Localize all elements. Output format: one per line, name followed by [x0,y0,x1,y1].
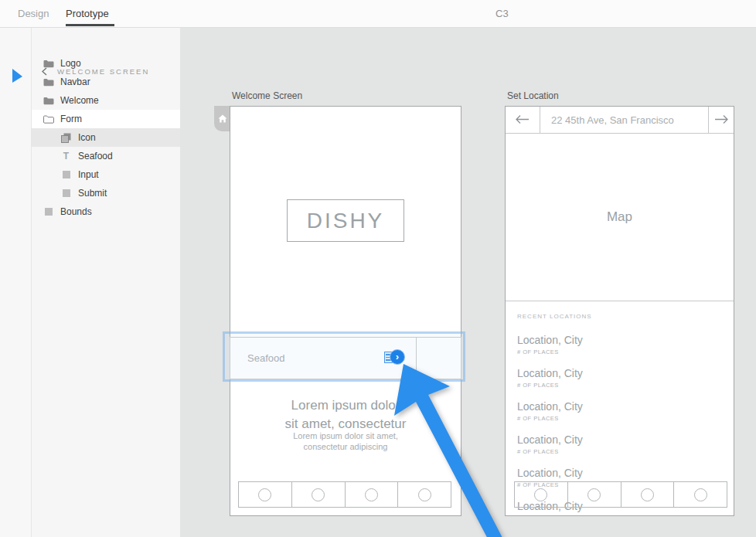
layer-row-submit[interactable]: Submit [32,184,180,202]
home-icon [218,112,227,126]
layer-label: Seafood [78,151,113,161]
chevron-right-icon: › [396,352,399,362]
rectangle-icon [43,208,54,216]
rectangle-icon [60,171,72,178]
map-label: Map [607,209,632,225]
tool-strip [0,28,32,537]
location-item-subtitle: # OF PLACES [517,415,559,422]
logo-text: DISHY [307,209,385,233]
location-item-title[interactable]: Location, City [517,334,583,346]
rectangle-icon [60,189,72,197]
location-item-title[interactable]: Location, City [517,433,583,446]
arrow-right-icon [713,114,729,127]
location-item-title[interactable]: Location, City [517,400,583,413]
tab-bar-item[interactable] [567,482,621,507]
selection-highlight [223,331,465,382]
layer-label: Welcome [60,95,99,106]
circle-icon [418,488,431,501]
active-tab-underline [66,24,114,26]
layer-row-form[interactable]: Form [32,110,180,128]
group-icon [60,133,72,143]
text-icon: T [60,151,72,161]
tab-bar-item[interactable] [345,482,398,507]
back-button[interactable] [506,107,540,134]
location-item-subtitle: # OF PLACES [517,515,559,516]
layer-row-logo[interactable]: Logo [32,54,180,73]
layer-row-input[interactable]: Input [32,165,180,184]
layer-label: Input [78,169,99,180]
address-input[interactable]: 22 45th Ave, San Francisco [551,107,674,134]
layer-label: Form [60,114,82,124]
tab-design[interactable]: Design [18,0,49,28]
circle-icon [312,488,325,501]
logo-box: DISHY [287,199,404,242]
tab-bar-item[interactable] [515,482,567,507]
layers-panel: WELCOME SCREEN Logo Navbar Welcome Form [32,28,180,537]
circle-icon [587,488,601,501]
top-bar: Design Prototype C3 [0,0,756,28]
bottom-tab-bar [514,481,727,508]
arrow-left-icon [515,114,530,127]
layer-label: Submit [78,188,107,199]
location-item-subtitle: # OF PLACES [517,348,559,355]
folder-icon [43,97,54,105]
layer-row-icon[interactable]: Icon [32,128,180,147]
tab-bar-item[interactable] [239,482,291,507]
recent-locations-header: RECENT LOCATIONS [517,313,592,320]
folder-open-icon [43,115,54,124]
location-item-title[interactable]: Location, City [517,367,583,379]
tab-bar-item[interactable] [397,482,451,507]
layer-row-navbar[interactable]: Navbar [32,73,180,91]
circle-icon [641,488,654,501]
headline-text: Lorem ipsum dolor sit amet, consectetur [230,396,461,433]
layer-label: Bounds [60,206,92,217]
tab-bar-item[interactable] [673,482,727,507]
map-area: Map [506,134,734,301]
circle-icon [534,488,547,501]
tab-bar-item[interactable] [291,482,345,507]
artboard-welcome[interactable]: DISHY Seafood Lorem ipsum dolor sit amet… [230,106,461,516]
subtext: Lorem ipsum dolor sit amet, consectetur … [230,430,461,452]
layer-row-bounds[interactable]: Bounds [32,202,180,221]
layer-label: Icon [78,132,96,143]
layer-row-welcome[interactable]: Welcome [32,91,180,110]
location-item-subtitle: # OF PLACES [517,382,559,389]
document-title: C3 [495,0,509,28]
circle-icon [365,488,378,501]
layer-label: Navbar [60,76,90,87]
layer-label: Logo [60,58,81,69]
layer-row-seafood[interactable]: T Seafood [32,147,180,165]
folder-icon [43,78,54,87]
go-button[interactable] [708,107,734,134]
artboard-title-set-location[interactable]: Set Location [507,90,559,101]
bottom-tab-bar [238,481,451,508]
artboard-set-location[interactable]: 22 45th Ave, San Francisco Map RECENT LO… [505,106,734,516]
prototype-connector-handle[interactable]: › [390,349,405,365]
folder-icon [43,59,54,68]
location-item-title[interactable]: Location, City [517,467,583,479]
location-item-subtitle: # OF PLACES [517,448,559,455]
home-screen-tab[interactable] [214,106,230,131]
circle-icon [258,488,271,501]
select-cursor-icon [11,68,23,88]
tab-bar-item[interactable] [621,482,674,507]
address-bar: 22 45th Ave, San Francisco [506,107,734,134]
artboard-title-welcome[interactable]: Welcome Screen [232,90,302,101]
circle-icon [694,488,707,501]
